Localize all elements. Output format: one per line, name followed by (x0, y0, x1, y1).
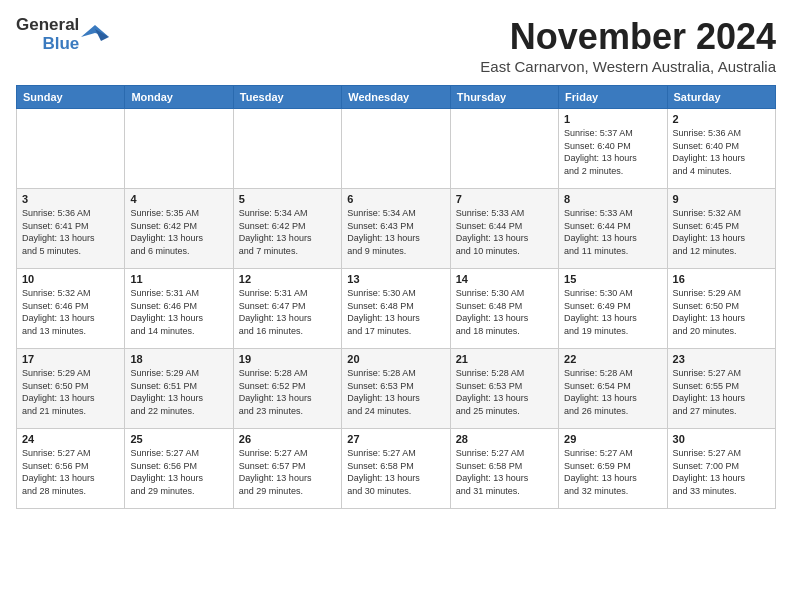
calendar-cell: 11Sunrise: 5:31 AM Sunset: 6:46 PM Dayli… (125, 269, 233, 349)
day-info: Sunrise: 5:32 AM Sunset: 6:46 PM Dayligh… (22, 287, 119, 337)
logo: General Blue (16, 16, 109, 53)
col-header-wednesday: Wednesday (342, 86, 450, 109)
day-number: 3 (22, 193, 119, 205)
day-info: Sunrise: 5:28 AM Sunset: 6:53 PM Dayligh… (456, 367, 553, 417)
calendar-cell: 21Sunrise: 5:28 AM Sunset: 6:53 PM Dayli… (450, 349, 558, 429)
calendar-cell: 26Sunrise: 5:27 AM Sunset: 6:57 PM Dayli… (233, 429, 341, 509)
day-info: Sunrise: 5:31 AM Sunset: 6:47 PM Dayligh… (239, 287, 336, 337)
day-number: 12 (239, 273, 336, 285)
logo-bird-icon (81, 21, 109, 49)
calendar-cell: 9Sunrise: 5:32 AM Sunset: 6:45 PM Daylig… (667, 189, 775, 269)
day-number: 30 (673, 433, 770, 445)
calendar-cell (450, 109, 558, 189)
calendar-cell: 29Sunrise: 5:27 AM Sunset: 6:59 PM Dayli… (559, 429, 667, 509)
day-number: 23 (673, 353, 770, 365)
day-number: 2 (673, 113, 770, 125)
calendar-cell: 1Sunrise: 5:37 AM Sunset: 6:40 PM Daylig… (559, 109, 667, 189)
calendar-cell: 20Sunrise: 5:28 AM Sunset: 6:53 PM Dayli… (342, 349, 450, 429)
col-header-sunday: Sunday (17, 86, 125, 109)
col-header-tuesday: Tuesday (233, 86, 341, 109)
day-info: Sunrise: 5:27 AM Sunset: 6:56 PM Dayligh… (22, 447, 119, 497)
day-number: 9 (673, 193, 770, 205)
calendar-cell: 4Sunrise: 5:35 AM Sunset: 6:42 PM Daylig… (125, 189, 233, 269)
calendar-cell: 3Sunrise: 5:36 AM Sunset: 6:41 PM Daylig… (17, 189, 125, 269)
calendar-cell: 12Sunrise: 5:31 AM Sunset: 6:47 PM Dayli… (233, 269, 341, 349)
day-info: Sunrise: 5:29 AM Sunset: 6:50 PM Dayligh… (673, 287, 770, 337)
day-number: 7 (456, 193, 553, 205)
day-number: 24 (22, 433, 119, 445)
day-info: Sunrise: 5:28 AM Sunset: 6:52 PM Dayligh… (239, 367, 336, 417)
day-info: Sunrise: 5:30 AM Sunset: 6:48 PM Dayligh… (456, 287, 553, 337)
day-number: 29 (564, 433, 661, 445)
calendar-cell: 30Sunrise: 5:27 AM Sunset: 7:00 PM Dayli… (667, 429, 775, 509)
day-number: 6 (347, 193, 444, 205)
day-info: Sunrise: 5:33 AM Sunset: 6:44 PM Dayligh… (456, 207, 553, 257)
calendar-cell: 25Sunrise: 5:27 AM Sunset: 6:56 PM Dayli… (125, 429, 233, 509)
svg-marker-1 (95, 29, 109, 41)
day-number: 28 (456, 433, 553, 445)
day-info: Sunrise: 5:34 AM Sunset: 6:43 PM Dayligh… (347, 207, 444, 257)
day-info: Sunrise: 5:30 AM Sunset: 6:49 PM Dayligh… (564, 287, 661, 337)
day-number: 25 (130, 433, 227, 445)
col-header-friday: Friday (559, 86, 667, 109)
day-info: Sunrise: 5:30 AM Sunset: 6:48 PM Dayligh… (347, 287, 444, 337)
calendar-cell: 15Sunrise: 5:30 AM Sunset: 6:49 PM Dayli… (559, 269, 667, 349)
calendar-cell: 28Sunrise: 5:27 AM Sunset: 6:58 PM Dayli… (450, 429, 558, 509)
day-info: Sunrise: 5:36 AM Sunset: 6:40 PM Dayligh… (673, 127, 770, 177)
day-info: Sunrise: 5:27 AM Sunset: 6:59 PM Dayligh… (564, 447, 661, 497)
day-info: Sunrise: 5:28 AM Sunset: 6:53 PM Dayligh… (347, 367, 444, 417)
day-number: 15 (564, 273, 661, 285)
calendar-cell (233, 109, 341, 189)
day-info: Sunrise: 5:27 AM Sunset: 6:56 PM Dayligh… (130, 447, 227, 497)
page-header: General Blue November 2024 East Carnarvo… (16, 16, 776, 75)
day-info: Sunrise: 5:31 AM Sunset: 6:46 PM Dayligh… (130, 287, 227, 337)
col-header-thursday: Thursday (450, 86, 558, 109)
calendar-cell: 2Sunrise: 5:36 AM Sunset: 6:40 PM Daylig… (667, 109, 775, 189)
col-header-saturday: Saturday (667, 86, 775, 109)
day-info: Sunrise: 5:28 AM Sunset: 6:54 PM Dayligh… (564, 367, 661, 417)
calendar-cell: 5Sunrise: 5:34 AM Sunset: 6:42 PM Daylig… (233, 189, 341, 269)
day-number: 14 (456, 273, 553, 285)
day-number: 4 (130, 193, 227, 205)
day-number: 8 (564, 193, 661, 205)
day-number: 11 (130, 273, 227, 285)
day-info: Sunrise: 5:32 AM Sunset: 6:45 PM Dayligh… (673, 207, 770, 257)
calendar-cell: 18Sunrise: 5:29 AM Sunset: 6:51 PM Dayli… (125, 349, 233, 429)
day-number: 18 (130, 353, 227, 365)
calendar-cell (17, 109, 125, 189)
day-number: 10 (22, 273, 119, 285)
logo-general: General (16, 16, 79, 35)
calendar-cell: 27Sunrise: 5:27 AM Sunset: 6:58 PM Dayli… (342, 429, 450, 509)
calendar-cell: 6Sunrise: 5:34 AM Sunset: 6:43 PM Daylig… (342, 189, 450, 269)
day-number: 19 (239, 353, 336, 365)
logo-blue: Blue (42, 35, 79, 54)
day-number: 22 (564, 353, 661, 365)
calendar-cell: 17Sunrise: 5:29 AM Sunset: 6:50 PM Dayli… (17, 349, 125, 429)
calendar-cell: 24Sunrise: 5:27 AM Sunset: 6:56 PM Dayli… (17, 429, 125, 509)
day-number: 16 (673, 273, 770, 285)
day-number: 5 (239, 193, 336, 205)
calendar-cell: 8Sunrise: 5:33 AM Sunset: 6:44 PM Daylig… (559, 189, 667, 269)
day-info: Sunrise: 5:37 AM Sunset: 6:40 PM Dayligh… (564, 127, 661, 177)
day-info: Sunrise: 5:36 AM Sunset: 6:41 PM Dayligh… (22, 207, 119, 257)
day-info: Sunrise: 5:29 AM Sunset: 6:51 PM Dayligh… (130, 367, 227, 417)
calendar-cell: 22Sunrise: 5:28 AM Sunset: 6:54 PM Dayli… (559, 349, 667, 429)
day-number: 20 (347, 353, 444, 365)
day-info: Sunrise: 5:27 AM Sunset: 7:00 PM Dayligh… (673, 447, 770, 497)
calendar-cell: 16Sunrise: 5:29 AM Sunset: 6:50 PM Dayli… (667, 269, 775, 349)
day-number: 1 (564, 113, 661, 125)
day-info: Sunrise: 5:35 AM Sunset: 6:42 PM Dayligh… (130, 207, 227, 257)
calendar-cell: 10Sunrise: 5:32 AM Sunset: 6:46 PM Dayli… (17, 269, 125, 349)
col-header-monday: Monday (125, 86, 233, 109)
calendar-cell (342, 109, 450, 189)
calendar-cell: 7Sunrise: 5:33 AM Sunset: 6:44 PM Daylig… (450, 189, 558, 269)
day-info: Sunrise: 5:34 AM Sunset: 6:42 PM Dayligh… (239, 207, 336, 257)
day-info: Sunrise: 5:27 AM Sunset: 6:57 PM Dayligh… (239, 447, 336, 497)
day-info: Sunrise: 5:33 AM Sunset: 6:44 PM Dayligh… (564, 207, 661, 257)
month-title: November 2024 (480, 16, 776, 58)
calendar-cell: 19Sunrise: 5:28 AM Sunset: 6:52 PM Dayli… (233, 349, 341, 429)
title-block: November 2024 East Carnarvon, Western Au… (480, 16, 776, 75)
day-number: 21 (456, 353, 553, 365)
day-number: 13 (347, 273, 444, 285)
day-number: 27 (347, 433, 444, 445)
